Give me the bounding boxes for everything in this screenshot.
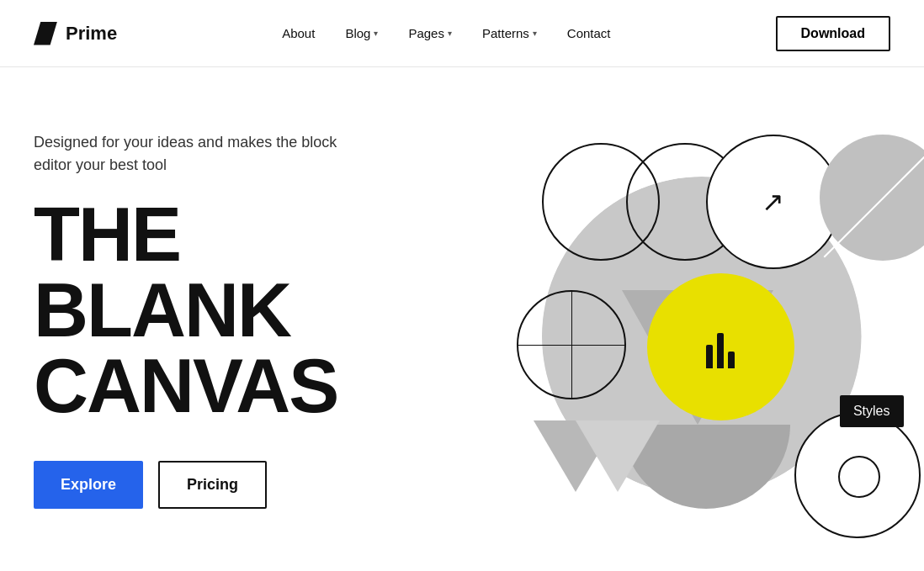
triangle-2 [576,420,660,492]
bar-3 [728,352,735,368]
nav-link-blog[interactable]: Blog ▾ [345,26,378,40]
nav-item-blog[interactable]: Blog ▾ [345,26,378,40]
hero-content: Designed for your ideas and makes the bl… [0,67,462,571]
pricing-button[interactable]: Pricing [158,461,267,509]
chevron-down-icon: ▾ [374,29,378,38]
explore-button[interactable]: Explore [34,461,143,509]
illustration: ↗ [491,109,895,530]
download-button[interactable]: Download [776,16,890,51]
bar-1 [706,345,713,368]
nav-item-patterns[interactable]: Patterns ▾ [482,26,537,40]
nav-item-pages[interactable]: Pages ▾ [408,26,452,40]
hero-buttons: Explore Pricing [34,461,428,509]
hero-illustration: ↗ [462,67,924,571]
styles-badge: Styles [840,395,904,427]
circle-gray-right [820,135,925,261]
logo-text: Prime [66,23,117,45]
nav-links: About Blog ▾ Pages ▾ Patterns ▾ Contact [282,26,610,40]
nav-link-about[interactable]: About [282,26,315,40]
logo[interactable]: Prime [34,22,117,45]
nav-link-patterns[interactable]: Patterns ▾ [482,26,537,40]
chevron-down-icon: ▾ [533,29,537,38]
circle-outline-bottom [794,412,921,538]
circle-yellow [647,273,794,420]
arrow-icon: ↗ [762,186,784,218]
nav-item-contact[interactable]: Contact [567,26,611,40]
circle-inner-dot [838,456,880,498]
logo-icon [34,22,57,45]
chevron-down-icon: ▾ [448,29,452,38]
hero-tagline: Designed for your ideas and makes the bl… [34,131,370,177]
hero-section: Designed for your ideas and makes the bl… [0,67,924,571]
navbar: Prime About Blog ▾ Pages ▾ Patterns ▾ [0,0,924,67]
nav-link-pages[interactable]: Pages ▾ [408,26,452,40]
hero-title: THE BLANK CANVAS [34,197,428,424]
nav-link-contact[interactable]: Contact [567,26,611,40]
bars-icon [706,326,735,368]
circle-cross [517,290,626,399]
bar-2 [717,333,724,368]
nav-item-about[interactable]: About [282,26,315,40]
